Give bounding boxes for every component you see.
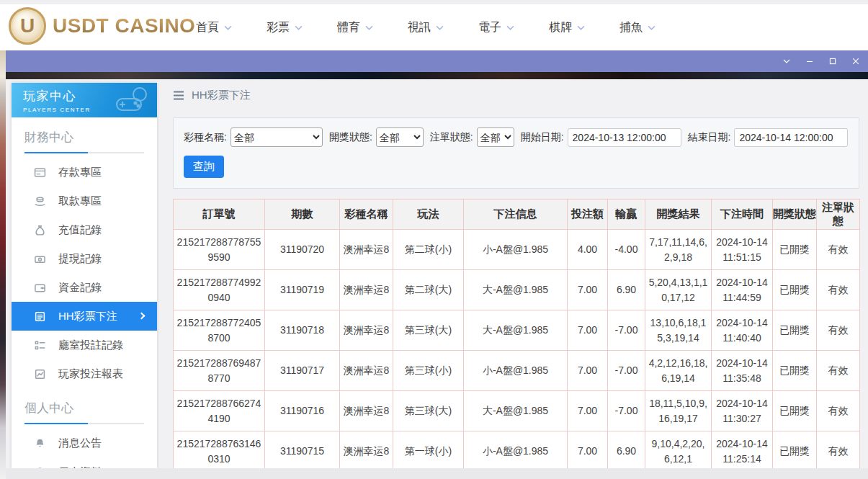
table-cell: 31190718 <box>265 310 340 351</box>
table-cell: 31190719 <box>265 270 340 310</box>
column-header: 彩種名稱 <box>340 200 393 230</box>
table-cell: 6.90 <box>608 431 645 472</box>
table-cell: 2024-10-14 11:40:40 <box>712 310 773 351</box>
nav-item-1[interactable]: 彩票 <box>267 20 303 35</box>
table-cell: 4,2,12,16,18,6,19,14 <box>645 351 712 391</box>
sidebar-item-label: 玩家投注報表 <box>58 367 123 381</box>
table-cell: 第三球(大) <box>393 391 464 431</box>
deposit-icon <box>34 166 46 179</box>
table-row: 215217288766274419031190716澳洲幸运8第三球(大)大-… <box>174 391 860 431</box>
start-date-input[interactable] <box>568 128 681 147</box>
maximize-icon <box>828 57 837 66</box>
table-cell: 2024-10-14 11:30:27 <box>712 391 773 431</box>
logo-text: USDT CASINO <box>53 14 195 37</box>
lottery-name-select[interactable]: 全部 <box>231 127 323 147</box>
bottom-scroll-strip[interactable] <box>6 468 868 479</box>
table-cell: 澳洲幸运8 <box>340 270 393 310</box>
notice-icon <box>34 437 46 449</box>
table-cell: 2152172887662744190 <box>174 391 265 431</box>
table-row: 215217288772405870031190718澳洲幸运8第三球(大)大-… <box>174 310 860 351</box>
sidebar-item-label: 提現記錄 <box>58 252 102 266</box>
recharge-record-icon <box>34 224 46 236</box>
sidebar-item-label: 存款專區 <box>58 166 102 179</box>
table-cell: 31190716 <box>265 391 340 431</box>
lottery-bets-icon <box>34 310 46 323</box>
draw-status-select[interactable]: 全部 <box>376 127 424 147</box>
bets-table: 訂單號期數彩種名稱玩法下注信息投注額輸贏開獎結果下注時間開獎狀態注單狀態 215… <box>173 199 860 479</box>
table-cell: 31190717 <box>265 351 340 391</box>
nav-item-3[interactable]: 視訊 <box>408 20 444 35</box>
main-content: HH彩票下注 彩種名稱: 全部 開獎狀態: 全部 注單狀態: 全部 開始日期: … <box>173 79 859 479</box>
top-navigation-bar: U USDT CASINO 首頁彩票體育視訊電子棋牌捕魚 <box>0 0 868 50</box>
draw-status-label: 開獎狀態: <box>329 131 372 144</box>
nav-item-label: 彩票 <box>267 20 290 35</box>
nav-item-0[interactable]: 首頁 <box>196 20 232 35</box>
chevron-down-icon <box>506 25 514 31</box>
table-header-row: 訂單號期數彩種名稱玩法下注信息投注額輸贏開獎結果下注時間開獎狀態注單狀態 <box>174 200 860 230</box>
table-cell: 31190720 <box>265 230 340 270</box>
nav-item-5[interactable]: 棋牌 <box>549 20 585 35</box>
table-cell: 第二球(大) <box>393 270 464 310</box>
window-titlebar[interactable] <box>6 50 868 72</box>
sidebar-item-0-7[interactable]: 玩家投注報表 <box>12 359 157 388</box>
table-cell: 2024-10-14 11:25:14 <box>712 431 773 472</box>
window-minimize-button[interactable] <box>802 53 816 69</box>
table-cell: 有效 <box>817 431 860 472</box>
sidebar-item-0-1[interactable]: 取款專區 <box>12 187 157 215</box>
table-cell: 2024-10-14 11:35:48 <box>712 351 773 391</box>
table-row: 215217288763146031031190715澳洲幸运8第一球(小)小-… <box>174 431 860 472</box>
table-cell: 7,17,11,14,6,2,9,18 <box>645 230 712 270</box>
lottery-name-label: 彩種名稱: <box>184 131 227 144</box>
window-collapse-button[interactable] <box>779 53 793 69</box>
column-header: 玩法 <box>393 200 464 230</box>
table-cell: 有效 <box>817 391 860 431</box>
table-cell: 已開獎 <box>773 351 817 391</box>
nav-item-label: 捕魚 <box>619 20 643 35</box>
table-cell: 第二球(小) <box>393 230 464 270</box>
table-cell: 18,11,5,10,9,16,19,17 <box>645 391 712 431</box>
table-cell: 2152172887787559590 <box>174 230 265 270</box>
sidebar-header: 玩家中心 PLAYERS CENTER <box>12 83 157 117</box>
sidebar-item-0-3[interactable]: 提現記錄 <box>12 244 157 273</box>
background-strip <box>6 72 868 79</box>
sidebar-item-0-0[interactable]: 存款專區 <box>12 158 157 187</box>
nav-item-label: 棋牌 <box>549 20 572 35</box>
funds-record-icon <box>34 282 46 294</box>
breadcrumb: HH彩票下注 <box>173 89 859 102</box>
section-underline <box>24 423 144 424</box>
table-cell: 31190715 <box>265 431 340 472</box>
table-cell: 第三球(小) <box>393 351 464 391</box>
logo-coin-icon: U <box>9 7 46 45</box>
table-cell: 澳洲幸运8 <box>340 391 393 431</box>
search-button[interactable]: 查詢 <box>184 156 224 178</box>
sidebar-item-label: 廳室投註記錄 <box>58 339 123 352</box>
order-status-select[interactable]: 全部 <box>477 127 514 147</box>
chevron-down-icon <box>295 25 303 31</box>
nav-item-2[interactable]: 體育 <box>337 20 373 35</box>
table-cell: 澳洲幸运8 <box>340 230 393 270</box>
withdrawal-record-icon <box>34 253 46 265</box>
table-cell: 已開獎 <box>773 431 817 472</box>
nav-item-4[interactable]: 電子 <box>478 20 514 35</box>
window-maximize-button[interactable] <box>826 53 839 69</box>
table-cell: 澳洲幸运8 <box>340 351 393 391</box>
end-date-input[interactable] <box>734 128 848 147</box>
sidebar-item-1-0[interactable]: 消息公告 <box>12 429 157 457</box>
logo-badge-letter: U <box>20 14 35 37</box>
order-status-label: 注單狀態: <box>430 131 473 144</box>
window-close-button[interactable] <box>849 53 862 69</box>
table-cell: 有效 <box>817 351 860 391</box>
sidebar-item-0-4[interactable]: 資金記錄 <box>12 273 157 302</box>
sidebar-item-0-2[interactable]: 充值記錄 <box>12 215 157 244</box>
sidebar-item-label: 消息公告 <box>58 437 102 450</box>
table-cell: 小-A盤@1.985 <box>464 230 568 270</box>
nav-item-6[interactable]: 捕魚 <box>619 20 656 35</box>
table-cell: 7.00 <box>568 270 608 310</box>
minimize-icon <box>805 57 814 66</box>
table-cell: 第一球(小) <box>393 431 464 472</box>
sidebar-item-0-5[interactable]: HH彩票下注 <box>12 302 157 331</box>
logo[interactable]: U USDT CASINO <box>9 7 195 45</box>
menu-icon[interactable] <box>173 91 184 100</box>
collapse-icon <box>782 57 791 66</box>
sidebar-item-0-6[interactable]: 廳室投註記錄 <box>12 331 157 359</box>
